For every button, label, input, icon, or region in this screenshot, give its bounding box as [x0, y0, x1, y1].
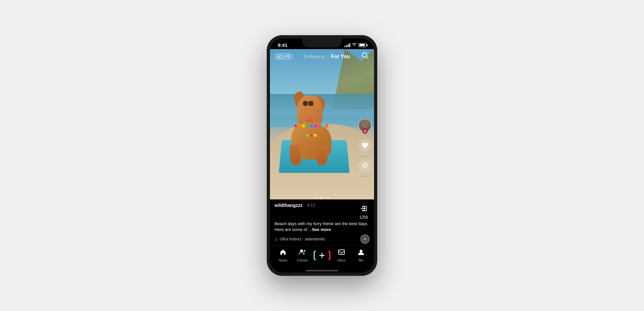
inbox-icon: [338, 249, 345, 258]
dog: [286, 99, 343, 166]
dot-1: [314, 197, 315, 199]
action-buttons: + 99.1K: [358, 119, 371, 177]
dot-3: [320, 197, 321, 199]
nav-friends[interactable]: Friends: [295, 249, 310, 262]
svg-point-5: [363, 165, 364, 166]
like-count: 99.1K: [360, 153, 370, 156]
me-icon: [357, 249, 365, 258]
nav-inbox[interactable]: Inbox: [334, 249, 349, 262]
nav-divider: |: [327, 54, 329, 59]
comment-count: 3456: [361, 173, 369, 177]
friends-label: Friends: [297, 259, 308, 262]
battery-icon: [358, 43, 366, 47]
dot-6: [329, 197, 330, 199]
tab-for-you[interactable]: For You: [331, 54, 350, 60]
friends-icon: [299, 249, 306, 258]
caption-area: Beach days with my furry friend are the …: [275, 221, 369, 233]
svg-marker-1: [279, 56, 280, 57]
dot-2: [317, 197, 318, 199]
video-content: + 99.1K: [270, 49, 374, 199]
music-line[interactable]: ♫ Ultra Instinct - adamdevito: [275, 235, 369, 244]
svg-line-3: [366, 57, 368, 59]
nav-create[interactable]: [315, 250, 329, 260]
bottom-nav: Home Friends: [270, 246, 374, 269]
dot-4: [323, 197, 324, 199]
phone-inner: 9:41: [270, 38, 374, 273]
inbox-label: Inbox: [338, 259, 345, 262]
video-area[interactable]: + 99.1K: [270, 49, 374, 199]
me-label: Me: [359, 259, 363, 262]
live-label: LIVE: [283, 55, 290, 58]
dot-5: [326, 197, 327, 199]
nav-me[interactable]: Me: [354, 249, 368, 262]
status-time: 9:41: [278, 42, 288, 48]
svg-point-8: [300, 250, 303, 252]
live-badge[interactable]: LIVE: [275, 54, 292, 59]
music-disc: [360, 235, 369, 244]
create-button[interactable]: [315, 250, 329, 260]
svg-rect-12: [339, 250, 344, 254]
username-line: wildthangzzz · 3-11: [275, 203, 315, 208]
music-note-icon: ♫: [275, 237, 278, 242]
comment-button[interactable]: 3456: [358, 159, 371, 177]
music-text: Ultra Instinct - adamdevito: [280, 237, 325, 241]
share-count: 1256: [359, 215, 368, 220]
like-button[interactable]: 99.1K: [358, 139, 371, 156]
nav-tabs: Following | For You: [304, 54, 350, 60]
search-button[interactable]: [362, 52, 369, 61]
bottom-info: wildthangzzz · 3-11 1256 Beach days with…: [270, 199, 374, 246]
svg-point-13: [360, 250, 363, 253]
post-header: wildthangzzz · 3-11 1256: [275, 203, 369, 220]
home-label: Home: [279, 259, 288, 262]
wifi-icon: [352, 43, 357, 47]
home-icon: [279, 249, 287, 258]
home-indicator: [270, 269, 374, 273]
follow-plus-btn[interactable]: +: [362, 128, 368, 134]
notch: [302, 38, 342, 47]
creator-avatar[interactable]: +: [358, 119, 371, 132]
sunglasses: [303, 101, 314, 106]
see-more-link[interactable]: See more: [312, 227, 331, 232]
svg-point-9: [303, 250, 305, 252]
post-date: · 3-11: [304, 203, 315, 208]
svg-point-7: [366, 165, 367, 166]
tab-following[interactable]: Following: [304, 54, 325, 59]
username[interactable]: wildthangzzz: [275, 203, 302, 208]
pagination-dots: [314, 197, 330, 199]
phone-outer: 9:41: [267, 35, 377, 276]
svg-point-6: [365, 165, 365, 166]
top-nav: LIVE Following | For You: [270, 50, 374, 63]
status-icons: [344, 43, 366, 47]
nav-home[interactable]: Home: [276, 249, 290, 262]
share-button[interactable]: 1256: [358, 203, 369, 220]
signal-icon: [344, 43, 350, 47]
